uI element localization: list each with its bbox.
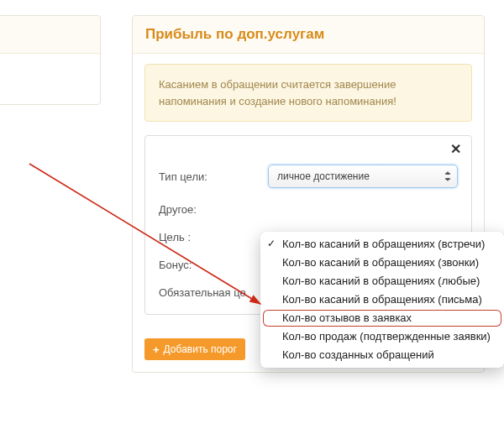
partners-panel: тнерам (0, 15, 101, 105)
plus-icon: + (153, 344, 160, 355)
goal-type-value: личное достижение (277, 170, 370, 182)
dropdown-option[interactable]: Кол-во касаний в обращениях (встречи) (260, 235, 504, 254)
dropdown-option[interactable]: Кол-во касаний в обращениях (любые) (260, 272, 504, 290)
dropdown-option[interactable]: Кол-во созданных обращений (260, 346, 504, 364)
profit-panel-title: Прибыль по доп.услугам (133, 16, 484, 54)
label-type: Тип цели: (159, 170, 268, 183)
label-goal: Цель : (159, 231, 268, 243)
add-threshold-button[interactable]: + Добавить порог (144, 338, 245, 360)
label-other: Другое: (159, 203, 268, 216)
other-select-dropdown[interactable]: Кол-во касаний в обращениях (встречи) Ко… (260, 232, 504, 368)
info-alert: Касанием в обращении считается завершени… (144, 64, 472, 122)
goal-type-select[interactable]: личное достижение (268, 165, 458, 188)
add-threshold-label: Добавить порог (164, 343, 237, 355)
label-bonus: Бонус: (159, 259, 268, 271)
dropdown-option[interactable]: Кол-во касаний в обращениях (письма) (260, 290, 504, 309)
partners-panel-title: тнерам (0, 16, 100, 54)
close-icon[interactable]: ✕ (450, 143, 461, 156)
label-mandatory: Обязательная це (159, 286, 246, 299)
dropdown-option[interactable]: Кол-во касаний в обращениях (звонки) (260, 254, 504, 272)
form-row-other: Другое: (159, 203, 458, 216)
form-row-type: Тип цели: личное достижение (159, 165, 458, 188)
dropdown-option[interactable]: Кол-во отзывов в заявках (263, 310, 501, 327)
dropdown-option[interactable]: Кол-во продаж (подтвержденные заявки) (260, 327, 504, 346)
